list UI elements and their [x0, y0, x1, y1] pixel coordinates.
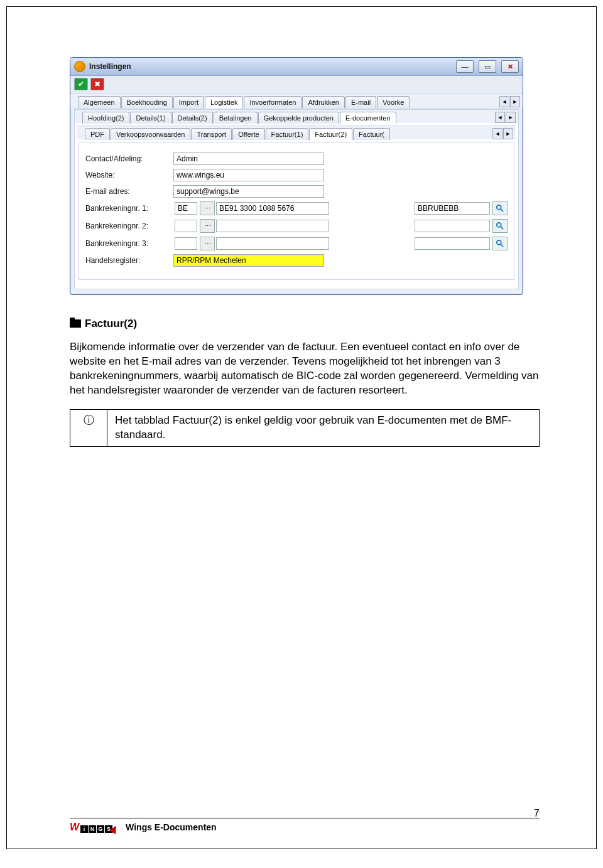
- bank3-country-lookup[interactable]: ⋯: [200, 237, 215, 250]
- info-text: Het tabblad Factuur(2) is enkel geldig v…: [107, 409, 540, 446]
- bank1-bic-input[interactable]: [415, 202, 490, 215]
- tab-factuur1[interactable]: Factuur(1): [266, 128, 309, 140]
- tabrow-level1: Algemeen Boekhouding Import Logistiek In…: [70, 94, 523, 107]
- tab-verkoopsvoorwaarden[interactable]: Verkoopsvoorwaarden: [111, 128, 190, 140]
- tab-factuur-more[interactable]: Factuur(: [353, 128, 390, 140]
- website-input[interactable]: [173, 169, 324, 181]
- settings-icon: [74, 61, 85, 72]
- tab-transport[interactable]: Transport: [191, 128, 232, 140]
- bank2-bic-input[interactable]: [415, 220, 490, 232]
- wings-logo: W i N G S: [70, 822, 118, 833]
- tab-factuur2[interactable]: Factuur(2): [309, 128, 352, 141]
- tab-afdrukken[interactable]: Afdrukken: [302, 96, 345, 108]
- tabs3-scroll-left[interactable]: ◄: [492, 128, 503, 139]
- label-website: Website:: [85, 171, 173, 179]
- confirm-button[interactable]: ✔: [74, 78, 88, 90]
- label-bank3: Bankrekeningnr. 3:: [85, 239, 173, 248]
- tab-boekhouding[interactable]: Boekhouding: [121, 96, 173, 108]
- window-titlebar: Instellingen — ▭ ✕: [70, 58, 523, 76]
- bank3-lookup-button[interactable]: [492, 237, 508, 250]
- section-title-text: Factuur(2): [85, 318, 137, 330]
- tab-offerte[interactable]: Offerte: [232, 128, 264, 140]
- label-contact: Contact/Afdeling:: [85, 154, 173, 163]
- svg-point-0: [497, 205, 501, 210]
- tabs2-scroll-right[interactable]: ►: [506, 112, 516, 123]
- label-bank1: Bankrekeningnr. 1:: [85, 204, 173, 213]
- tabs2-scroll-left[interactable]: ◄: [495, 112, 505, 123]
- label-email: E-mail adres:: [85, 187, 173, 196]
- bank3-country-input[interactable]: [175, 237, 197, 250]
- register-input[interactable]: [173, 254, 324, 267]
- contact-input[interactable]: [173, 153, 324, 165]
- tabrow-level2: Hoofding(2) Details(1) Details(2) Betali…: [75, 109, 518, 123]
- tab-gekoppelde-producten[interactable]: Gekoppelde producten: [258, 112, 339, 124]
- tabs1-scroll-right[interactable]: ►: [510, 96, 520, 107]
- email-input[interactable]: [173, 185, 324, 198]
- window-controls: — ▭ ✕: [456, 60, 519, 73]
- close-button[interactable]: ✕: [501, 60, 519, 73]
- tab-logistiek[interactable]: Logistiek: [205, 96, 243, 109]
- factuur2-form: Contact/Afdeling: Website: E-mail adres:…: [79, 142, 514, 280]
- magnifier-icon: [496, 239, 504, 248]
- bank3-iban-input[interactable]: [216, 237, 329, 250]
- svg-point-2: [497, 223, 501, 227]
- tab-hoofding2[interactable]: Hoofding(2): [82, 112, 129, 124]
- bank2-country-lookup[interactable]: ⋯: [200, 219, 215, 233]
- bank1-lookup-button[interactable]: [492, 201, 508, 215]
- label-register: Handelsregister:: [85, 256, 173, 265]
- tab-details2[interactable]: Details(2): [172, 112, 213, 124]
- toolbar: ✔ ✖: [70, 76, 523, 92]
- tab-email[interactable]: E-mail: [345, 96, 376, 108]
- minimize-button[interactable]: —: [456, 60, 474, 73]
- settings-window: Instellingen — ▭ ✕ ✔ ✖ Algemeen Boekhoud…: [70, 57, 523, 295]
- svg-point-4: [497, 240, 501, 245]
- tab-pdf[interactable]: PDF: [85, 128, 110, 140]
- svg-line-1: [501, 209, 503, 212]
- tab-voorkeuren[interactable]: Voorke: [377, 96, 410, 108]
- tab-import[interactable]: Import: [173, 96, 204, 108]
- info-box: ⓘ Het tabblad Factuur(2) is enkel geldig…: [70, 409, 540, 447]
- bank1-country-lookup[interactable]: ⋯: [200, 201, 215, 215]
- page-footer: W i N G S Wings E-Documenten 7: [70, 818, 540, 833]
- info-icon: ⓘ: [70, 409, 107, 446]
- tabs3-scroll-right[interactable]: ►: [503, 128, 513, 139]
- bank1-country-input[interactable]: [175, 202, 197, 215]
- tab-betalingen[interactable]: Betalingen: [214, 112, 258, 124]
- bank2-lookup-button[interactable]: [492, 219, 508, 233]
- tab-algemeen[interactable]: Algemeen: [78, 96, 121, 108]
- window-title: Instellingen: [89, 62, 456, 71]
- label-bank2: Bankrekeningnr. 2:: [85, 222, 173, 230]
- magnifier-icon: [496, 204, 504, 213]
- svg-line-3: [501, 227, 503, 229]
- bank2-iban-input[interactable]: [216, 220, 329, 232]
- bank3-bic-input[interactable]: [415, 237, 490, 250]
- folder-icon: [70, 319, 81, 328]
- body-paragraph: Bijkomende informatie over de verzender …: [70, 340, 540, 398]
- tab-invoerformaten[interactable]: Invoerformaten: [244, 96, 302, 108]
- maximize-button[interactable]: ▭: [479, 60, 496, 73]
- section-heading: Factuur(2): [70, 318, 540, 330]
- bank1-iban-input[interactable]: [216, 202, 329, 215]
- page-number: 7: [534, 807, 540, 820]
- tab-details1[interactable]: Details(1): [130, 112, 171, 124]
- tab-edocumenten[interactable]: E-documenten: [340, 112, 396, 124]
- tabs1-scroll-left[interactable]: ◄: [499, 96, 509, 107]
- cancel-button[interactable]: ✖: [90, 78, 104, 90]
- bank2-country-input[interactable]: [175, 220, 197, 232]
- svg-line-5: [501, 244, 503, 247]
- footer-title: Wings E-Documenten: [126, 822, 217, 832]
- magnifier-icon: [496, 222, 504, 230]
- tabrow-level3: PDF Verkoopsvoorwaarden Transport Offert…: [77, 126, 516, 139]
